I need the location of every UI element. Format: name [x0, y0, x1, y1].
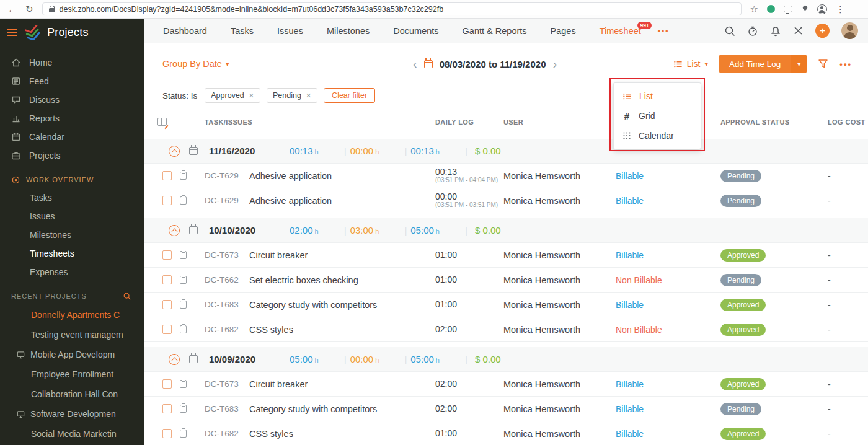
collapse-icon[interactable]: [169, 354, 180, 365]
clear-filter-button[interactable]: Clear filter: [324, 88, 375, 103]
table-row: DC-T673 Circuit breaker 01:00 Monica Hem…: [144, 243, 868, 268]
group-by-dropdown[interactable]: Group By Date ▾: [162, 59, 229, 69]
sidebar-item-reports[interactable]: Reports: [0, 109, 144, 128]
sidebar-item-discuss[interactable]: Discuss: [0, 90, 144, 109]
tab-gantt-reports[interactable]: Gantt & Reports: [451, 26, 539, 36]
tab-pages[interactable]: Pages: [539, 26, 588, 36]
approval-badge: Approved: [720, 249, 766, 262]
add-time-log-button[interactable]: Add Time Log ▾: [719, 55, 807, 73]
row-checkbox[interactable]: [162, 300, 172, 309]
refresh-icon[interactable]: ↻: [25, 4, 33, 14]
task-id[interactable]: DC-T673: [205, 250, 249, 260]
row-checkbox[interactable]: [162, 196, 172, 205]
sidebar-item-expenses[interactable]: Expenses: [0, 263, 144, 281]
sidebar-item-milestones[interactable]: Milestones: [0, 226, 144, 244]
remove-chip-icon[interactable]: ✕: [306, 92, 311, 100]
sidebar-item-calendar[interactable]: Calendar: [0, 128, 144, 146]
sidebar-project-mobile-app[interactable]: Mobile App Developm: [0, 345, 144, 364]
next-period-icon[interactable]: ›: [552, 58, 557, 70]
tab-dashboard[interactable]: Dashboard: [151, 26, 219, 36]
sidebar-project-testing-event[interactable]: Testing event managem: [0, 325, 144, 345]
bookmark-star-icon[interactable]: ☆: [750, 4, 758, 14]
sidebar-project-collaboration-hall[interactable]: Collaboration Hall Con: [0, 384, 144, 404]
top-navigation: Dashboard Tasks Issues Milestones Docume…: [144, 19, 868, 43]
browser-menu-icon[interactable]: ⋮: [836, 4, 845, 14]
setup-tools-icon[interactable]: [793, 25, 804, 36]
task-id[interactable]: DC-T629: [205, 196, 249, 205]
view-option-calendar[interactable]: Calendar: [614, 126, 701, 146]
remove-chip-icon[interactable]: ✕: [249, 92, 254, 100]
sidebar-item-tasks[interactable]: Tasks: [0, 188, 144, 207]
task-id[interactable]: DC-T683: [205, 404, 249, 413]
sidebar-item-issues[interactable]: Issues: [0, 207, 144, 226]
collapse-icon[interactable]: [169, 146, 180, 157]
tab-milestones[interactable]: Milestones: [315, 26, 381, 36]
row-checkbox[interactable]: [162, 404, 172, 413]
tab-issues[interactable]: Issues: [265, 26, 315, 36]
sidebar-project-employee-enrollment[interactable]: Employee Enrollment: [0, 364, 144, 384]
view-option-list[interactable]: List: [614, 86, 701, 106]
approval-badge: Approved: [720, 324, 766, 336]
sidebar-project-software-dev[interactable]: Software Developmen: [0, 404, 144, 424]
quick-add-button[interactable]: +: [815, 24, 830, 38]
log-cost: -: [828, 379, 868, 389]
sidebar-item-projects[interactable]: Projects: [0, 146, 144, 165]
task-name[interactable]: Circuit breaker: [249, 250, 435, 260]
search-projects-icon[interactable]: [123, 292, 131, 301]
sidebar-project-donnelly[interactable]: Donnelly Apartments C: [0, 305, 144, 325]
sidebar-item-timesheets[interactable]: Timesheets: [0, 244, 144, 263]
browser-profile-icon[interactable]: [817, 4, 827, 14]
task-id[interactable]: DC-T682: [205, 429, 249, 438]
sidebar-item-feed[interactable]: Feed: [0, 72, 144, 90]
more-tabs-icon[interactable]: •••: [653, 27, 675, 35]
tab-timesheet[interactable]: Timesheet 99+: [588, 26, 653, 36]
screen-share-icon[interactable]: [784, 6, 792, 12]
column-settings-icon[interactable]: [157, 118, 167, 126]
col-header-cost: LOG COST: [828, 118, 868, 126]
prev-period-icon[interactable]: ‹: [413, 58, 417, 70]
menu-icon[interactable]: [7, 29, 17, 36]
row-checkbox[interactable]: [162, 171, 172, 180]
task-name[interactable]: Category study with competitors: [249, 300, 435, 310]
extension-icon[interactable]: [767, 5, 775, 13]
user-avatar[interactable]: [841, 22, 858, 39]
view-option-grid[interactable]: # Grid: [614, 106, 701, 126]
filter-icon[interactable]: [818, 59, 828, 69]
calendar-icon: [189, 355, 198, 363]
grid-view-icon: #: [622, 111, 631, 121]
task-name[interactable]: CSS styles: [249, 429, 435, 439]
task-id[interactable]: DC-T683: [205, 300, 249, 309]
task-name[interactable]: Adhesive application: [249, 196, 435, 206]
add-time-log-caret[interactable]: ▾: [790, 55, 807, 73]
task-name[interactable]: Set electric boxes checking: [249, 275, 435, 285]
sidebar-item-home[interactable]: Home: [0, 53, 144, 72]
pin-extension-icon[interactable]: [801, 6, 808, 13]
sidebar-project-social-media[interactable]: Social Media Marketin: [0, 424, 144, 444]
task-id[interactable]: DC-T629: [205, 171, 249, 180]
collapse-icon[interactable]: [169, 225, 180, 236]
row-checkbox[interactable]: [162, 250, 172, 260]
task-name[interactable]: Category study with competitors: [249, 404, 435, 414]
tab-documents[interactable]: Documents: [381, 26, 450, 36]
timer-icon[interactable]: [747, 25, 758, 37]
col-header-approval: APPROVAL STATUS: [720, 118, 828, 126]
view-selector[interactable]: List ▾: [673, 59, 708, 69]
task-name[interactable]: Adhesive application: [249, 171, 435, 181]
billable-label: Billable: [616, 300, 720, 310]
back-icon[interactable]: ←: [7, 4, 17, 14]
task-name[interactable]: Circuit breaker: [249, 379, 435, 389]
row-checkbox[interactable]: [162, 325, 172, 334]
search-icon[interactable]: [724, 25, 735, 37]
task-id[interactable]: DC-T682: [205, 325, 249, 334]
task-id[interactable]: DC-T662: [205, 275, 249, 284]
row-checkbox[interactable]: [162, 379, 172, 389]
more-options-icon[interactable]: •••: [839, 59, 852, 69]
task-name[interactable]: CSS styles: [249, 325, 435, 335]
bell-icon[interactable]: [770, 25, 781, 37]
row-checkbox[interactable]: [162, 429, 172, 438]
date-picker-icon[interactable]: [424, 60, 433, 68]
row-checkbox[interactable]: [162, 275, 172, 284]
address-bar[interactable]: desk.zoho.com/DocsDisplay?zgId=4241905&m…: [42, 2, 742, 15]
tab-tasks[interactable]: Tasks: [219, 26, 265, 36]
task-id[interactable]: DC-T673: [205, 379, 249, 389]
